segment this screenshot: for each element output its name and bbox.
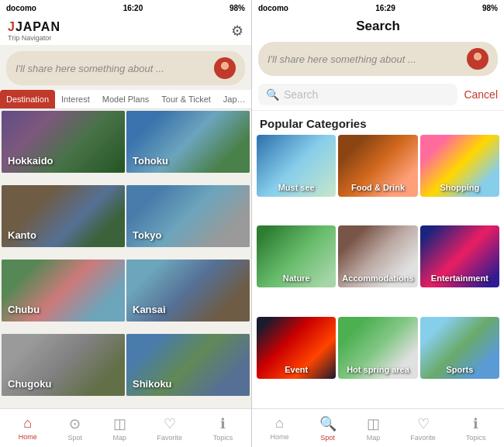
svg-point-2 <box>222 63 228 69</box>
right-time: 16:29 <box>375 4 395 12</box>
app-subtitle: Trip Navigator <box>8 34 60 42</box>
cat-nature[interactable]: Nature <box>257 225 336 287</box>
favorite-icon: ♡ <box>164 415 176 432</box>
nav-favorite-right-label: Favorite <box>410 434 436 442</box>
left-carrier: docomo <box>6 4 36 12</box>
left-battery: 98% <box>230 4 245 12</box>
left-panel: docomo 16:20 98% JJAPAN Trip Navigator ⚙… <box>0 0 252 447</box>
cat-event[interactable]: Event <box>257 317 336 379</box>
cat-hot-spring-label: Hot spring area <box>338 365 417 374</box>
right-search-top-text: I'll share here something about ... <box>268 53 416 65</box>
nav-favorite-right[interactable]: ♡ Favorite <box>410 415 436 442</box>
left-bottom-nav: ⌂ Home ⊙ Spot ◫ Map ♡ Favorite ℹ Topics <box>0 408 251 447</box>
grid-item-kanto[interactable]: Kanto <box>2 185 125 247</box>
nav-map-left[interactable]: ◫ Map <box>112 415 126 442</box>
map-icon: ◫ <box>113 415 126 432</box>
grid-item-tohoku[interactable]: Tohoku <box>126 111 250 173</box>
grid-item-shikoku[interactable]: Shikoku <box>126 334 250 396</box>
nav-favorite-left[interactable]: ♡ Favorite <box>157 415 183 442</box>
nav-spot-left[interactable]: ⊙ Spot <box>67 415 82 442</box>
nav-topics-right-label: Topics <box>466 434 486 442</box>
cat-food-drink-label: Food & Drink <box>338 183 417 192</box>
right-search-bar-top[interactable]: I'll share here something about ... <box>258 42 498 76</box>
nav-home-label: Home <box>19 433 37 441</box>
cat-shopping[interactable]: Shopping <box>420 135 499 197</box>
tabs-row: Destination Interest Model Plans Tour & … <box>0 90 251 109</box>
right-bottom-nav: ⌂ Home 🔍 Spot ◫ Map ♡ Favorite ℹ Topics <box>252 408 504 447</box>
tab-interest[interactable]: Interest <box>55 90 96 108</box>
svg-point-1 <box>219 70 231 77</box>
cat-accommodations-label: Accommodations <box>338 273 417 283</box>
cat-hot-spring[interactable]: Hot spring area <box>338 317 417 379</box>
search-input-box[interactable]: 🔍 Search <box>258 84 457 105</box>
grid-label-tohoku: Tohoku <box>133 155 168 167</box>
nav-spot-right-label: Spot <box>320 434 335 442</box>
cat-must-see[interactable]: Must see <box>257 135 336 197</box>
cat-entertainment-label: Entertainment <box>420 273 499 283</box>
destinations-grid: Hokkaido Tohoku Kanto Tokyo Chubu Kansai… <box>0 109 251 408</box>
right-battery: 98% <box>482 4 498 12</box>
app-title-main: JJAPAN <box>8 20 60 34</box>
gear-icon[interactable]: ⚙ <box>231 22 243 40</box>
grid-item-chubu[interactable]: Chubu <box>2 260 125 321</box>
right-carrier: docomo <box>258 4 288 12</box>
left-time: 16:20 <box>123 4 143 12</box>
right-avatar <box>467 48 488 70</box>
cat-nature-label: Nature <box>257 273 336 283</box>
right-panel: docomo 16:29 98% Search I'll share here … <box>252 0 504 447</box>
grid-item-tokyo[interactable]: Tokyo <box>126 185 250 247</box>
left-search-bar[interactable]: I'll share here something about ... <box>6 51 245 85</box>
search-input-placeholder: Search <box>284 88 318 101</box>
tab-model-plans[interactable]: Model Plans <box>96 90 156 108</box>
tab-destination[interactable]: Destination <box>0 90 55 108</box>
search-magnify-icon: 🔍 <box>266 88 279 101</box>
home-icon: ⌂ <box>23 415 32 432</box>
tab-tour-ticket[interactable]: Tour & Ticket <box>155 90 217 108</box>
cancel-button[interactable]: Cancel <box>464 88 498 101</box>
left-search-text: I'll share here something about ... <box>16 63 164 74</box>
left-status-bar: docomo 16:20 98% <box>0 0 251 15</box>
tab-jap[interactable]: Jap… <box>217 90 251 108</box>
nav-home-right[interactable]: ⌂ Home <box>271 415 289 441</box>
cat-accommodations[interactable]: Accommodations <box>338 225 417 287</box>
nav-map-label: Map <box>112 434 126 442</box>
nav-spot-right[interactable]: 🔍 Spot <box>319 415 337 442</box>
grid-item-kansai[interactable]: Kansai <box>126 260 250 321</box>
map-icon-right: ◫ <box>367 415 380 432</box>
svg-point-4 <box>471 61 484 67</box>
grid-label-shikoku: Shikoku <box>133 378 172 390</box>
cat-must-see-label: Must see <box>257 183 336 192</box>
cat-entertainment[interactable]: Entertainment <box>420 225 499 287</box>
right-status-bar: docomo 16:29 98% <box>252 0 504 15</box>
left-avatar <box>214 57 236 79</box>
cat-event-label: Event <box>257 365 336 374</box>
popular-categories-label: Popular Categories <box>252 111 504 135</box>
topics-icon-right: ℹ <box>473 415 478 432</box>
spot-icon: ⊙ <box>69 415 81 432</box>
nav-topics-label: Topics <box>213 434 233 442</box>
grid-label-chugoku: Chugoku <box>8 378 51 390</box>
grid-label-tokyo: Tokyo <box>133 229 161 241</box>
nav-topics-left[interactable]: ℹ Topics <box>213 415 233 442</box>
home-icon-right: ⌂ <box>275 415 284 432</box>
nav-map-right-label: Map <box>367 434 381 442</box>
app-title: JJAPAN Trip Navigator <box>8 20 60 42</box>
cat-sports-label: Sports <box>420 365 499 374</box>
cat-shopping-label: Shopping <box>420 183 499 192</box>
cat-food-drink[interactable]: Food & Drink <box>338 135 417 197</box>
topics-icon: ℹ <box>220 415 226 432</box>
svg-point-5 <box>475 53 481 60</box>
grid-label-kanto: Kanto <box>8 229 36 241</box>
spot-icon-right: 🔍 <box>319 415 337 432</box>
grid-item-hokkaido[interactable]: Hokkaido <box>2 111 125 173</box>
nav-home-left[interactable]: ⌂ Home <box>19 415 37 441</box>
grid-label-chubu: Chubu <box>8 304 40 315</box>
cat-sports[interactable]: Sports <box>420 317 499 379</box>
nav-favorite-label: Favorite <box>157 434 183 442</box>
nav-map-right[interactable]: ◫ Map <box>367 415 381 442</box>
right-page-title: Search <box>356 19 400 33</box>
nav-spot-label: Spot <box>67 434 82 442</box>
nav-topics-right[interactable]: ℹ Topics <box>466 415 486 442</box>
grid-item-chugoku[interactable]: Chugoku <box>2 334 125 396</box>
right-header: Search <box>252 15 504 39</box>
